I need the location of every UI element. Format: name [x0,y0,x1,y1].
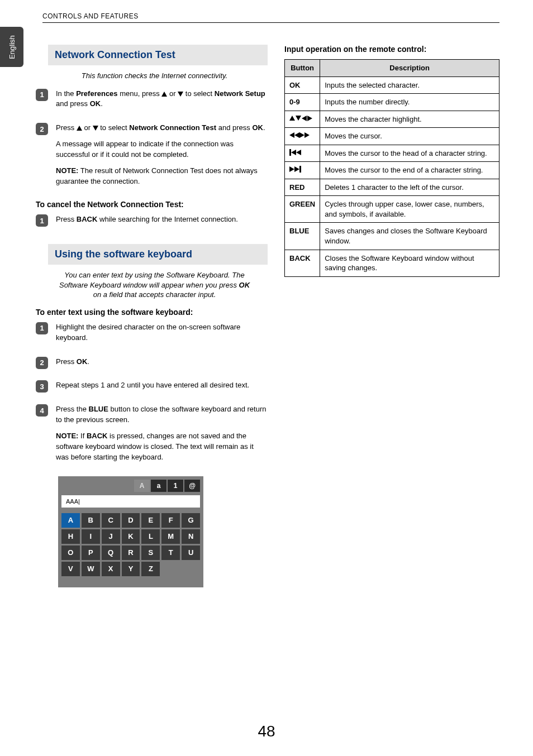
section-title-network-connection-test: Network Connection Test [48,45,268,65]
step-badge-2: 2 [36,123,48,135]
table-row: Moves the character highlight. [285,111,499,128]
table-cell-button [285,145,320,162]
table-cell-description: Moves the character highlight. [320,111,499,128]
nct-cancel-step-1: 1 Press BACK while searching for the Int… [36,214,268,231]
table-cell-button [285,128,320,145]
step-badge-1: 1 [36,214,48,227]
kb-key: D [122,513,140,528]
table-cell-description: Saves changes and closes the Software Ke… [320,223,499,250]
kb-key: N [182,529,200,544]
table-row: Moves the cursor to the end of a charact… [285,162,499,179]
table-cell-description: Moves the cursor to the head of a charac… [320,145,499,162]
table-cell-description: Closes the Software Keyboard window with… [320,250,499,276]
table-cell-button: RED [285,179,320,196]
table-cell-button: GREEN [285,196,320,223]
kb-key: W [82,562,100,576]
step-badge-4: 4 [36,404,48,417]
nct-step2-note: NOTE: The result of Network Connection T… [56,166,268,187]
arrow-down-icon [93,126,98,131]
swkb-enter-heading: To enter text using the software keyboar… [36,308,268,317]
section-title-software-keyboard: Using the software keyboard [48,244,268,265]
table-cell-description: Inputs the number directly. [320,94,499,111]
kb-key: Z [141,562,160,576]
step-badge-2: 2 [36,357,48,369]
swkb-step3-text: Repeat steps 1 and 2 until you have ente… [56,380,268,391]
kb-key: E [141,513,160,528]
table-cell-button [285,162,320,179]
kb-key: B [82,513,100,528]
remote-table-title: Input operation on the remote control: [284,45,499,54]
swkb-step-4: 4 Press the BLUE button to close the sof… [36,404,268,468]
step-badge-1: 1 [36,89,48,101]
header-section-label: CONTROLS AND FEATURES [42,12,499,23]
table-head-description: Description [320,60,499,77]
left-column: Network Connection Test This function ch… [36,45,268,587]
kb-key: T [161,546,180,560]
swkb-step4-note: NOTE: If BACK is pressed, changes are no… [56,431,268,463]
swkb-step-1: 1 Highlight the desired character on the… [36,322,268,349]
nct-step2-line1: Press or to select Network Connection Te… [56,123,268,133]
table-row: BACKCloses the Software Keyboard window … [285,250,499,276]
step-badge-3: 3 [36,380,48,393]
kb-key: M [161,529,180,544]
arrow-up-icon [77,126,82,131]
swkb-step-2: 2 Press OK. [36,357,268,373]
arrow-up-icon [161,92,167,97]
kb-key: P [82,546,100,560]
table-cell-button: BLUE [285,223,320,250]
swkb-step2-text: Press OK. [56,357,268,367]
step-badge-1: 1 [36,322,48,334]
table-cell-button: 0-9 [285,94,320,111]
kb-key: F [161,513,180,528]
nct-cancel-heading: To cancel the Network Connection Test: [36,200,268,209]
kb-key: I [82,529,100,544]
kb-key: Y [122,562,140,576]
kb-mode-cell: 1 [168,480,183,492]
table-row: 0-9Inputs the number directly. [285,94,499,111]
remote-control-table: Button Description OKInputs the selected… [284,59,499,277]
kb-key: K [122,529,140,544]
kb-key: G [182,513,200,528]
kb-key: X [102,562,120,576]
table-row: OKInputs the selected character. [285,76,499,94]
nct-intro: This function checks the Internet connec… [58,71,251,81]
table-cell-description: Moves the cursor. [320,128,499,145]
kb-key: U [182,546,200,560]
software-keyboard-visual: Aa1@ AAA| ABCDEFGHIJKLMNOPQRSTUVWXYZ [58,476,203,587]
kb-key: Q [102,546,120,560]
table-cell-button: BACK [285,250,320,276]
kb-mode-row: Aa1@ [61,480,200,492]
kb-key: V [61,562,80,576]
nct-step-1: 1 In the Preferences menu, press or to s… [36,89,268,116]
nct-cancel-text: Press BACK while searching for the Inter… [56,214,268,225]
kb-key: R [122,546,140,560]
table-cell-description: Cycles through upper case, lower case, n… [320,196,499,223]
table-row: GREENCycles through upper case, lower ca… [285,196,499,223]
kb-key: A [61,513,80,528]
kb-key: L [141,529,160,544]
table-cell-button: OK [285,76,320,94]
table-row: REDDeletes 1 character to the left of th… [285,179,499,196]
table-row: Moves the cursor to the head of a charac… [285,145,499,162]
kb-key-grid: ABCDEFGHIJKLMNOPQRSTUVWXYZ [61,513,200,576]
swkb-step4-text: Press the BLUE button to close the softw… [56,404,268,425]
right-column: Input operation on the remote control: B… [284,45,499,587]
table-row: BLUESaves changes and closes the Softwar… [285,223,499,250]
language-tab: English [0,27,23,67]
swkb-step-3: 3 Repeat steps 1 and 2 until you have en… [36,380,268,396]
nct-step1-text: In the Preferences menu, press or to sel… [56,89,268,110]
nct-step2-para: A message will appear to indicate if the… [56,139,268,160]
kb-key: J [102,529,120,544]
nct-step-2: 2 Press or to select Network Connection … [36,123,268,192]
table-cell-description: Moves the cursor to the end of a charact… [320,162,499,179]
table-row: Moves the cursor. [285,128,499,145]
swkb-step1-text: Highlight the desired character on the o… [56,322,268,343]
language-tab-text: English [8,35,16,59]
swkb-intro: You can enter text by using the Software… [58,270,251,300]
kb-mode-cell: A [134,480,150,492]
table-cell-button [285,111,320,128]
kb-mode-cell: @ [184,480,200,492]
table-cell-description: Inputs the selected character. [320,76,499,94]
kb-key: S [141,546,160,560]
table-cell-description: Deletes 1 character to the left of the c… [320,179,499,196]
